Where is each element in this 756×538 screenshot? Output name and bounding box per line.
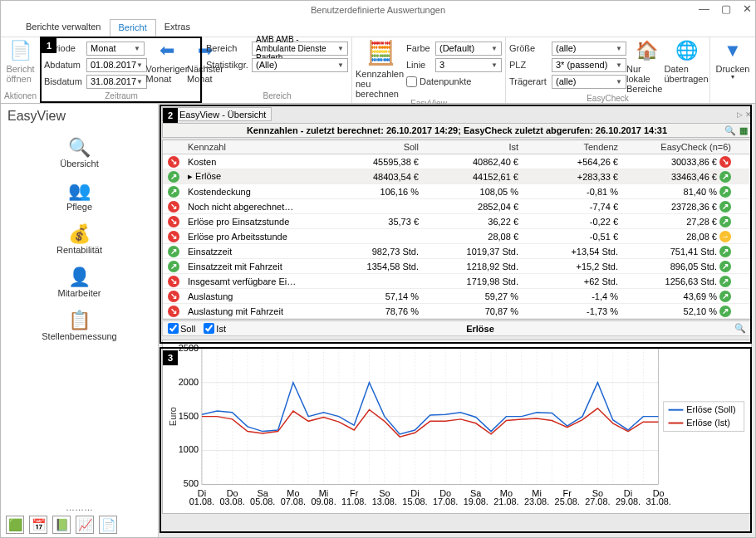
svg-text:27.08.: 27.08. (585, 496, 610, 506)
svg-text:25.08.: 25.08. (555, 496, 580, 506)
sidebar-icon: 👤 (68, 267, 91, 286)
soll-check[interactable] (168, 323, 179, 334)
table-row[interactable]: ↗ ▸ Erlöse 48403,54 € 44152,61 € +283,33… (163, 169, 751, 184)
svg-text:11.08.: 11.08. (341, 496, 366, 506)
sidebar-icon: 💰 (68, 223, 91, 243)
sidebar-item-3[interactable]: 👤Mitarbeiter (58, 267, 101, 298)
svg-text:Euro: Euro (168, 407, 178, 426)
datapoints-check[interactable] (406, 76, 417, 87)
info-text: Kennzahlen - zuletzt berechnet: 26.10.20… (247, 125, 667, 135)
view-btn-5[interactable]: 📄 (99, 516, 117, 534)
view-btn-2[interactable]: 📅 (29, 516, 47, 534)
local-areas-button[interactable]: 🏠Nur lokale Bereiche (626, 39, 666, 94)
table-row[interactable]: ↘ Erlöse pro Einsatzstunde 35,73 € 36,22… (163, 214, 751, 229)
to-date[interactable]: 31.08.2017▼ (86, 75, 147, 89)
chart: 5001000150020002500Di01.08.Do03.08.Sa05.… (162, 340, 752, 514)
sidebar-item-0[interactable]: 🔍Übersicht (60, 137, 98, 169)
ist-check[interactable] (204, 323, 214, 334)
svg-text:1000: 1000 (179, 444, 199, 454)
maximize-icon[interactable]: ▢ (721, 2, 731, 15)
svg-text:21.08.: 21.08. (493, 496, 518, 506)
svg-text:1500: 1500 (179, 411, 199, 421)
prev-month-button[interactable]: ⬅Vorheriger Monat (147, 39, 187, 84)
svg-text:17.08.: 17.08. (433, 496, 458, 506)
view-btn-1[interactable]: 🟩 (6, 516, 24, 534)
svg-text:Erlöse (Soll): Erlöse (Soll) (686, 404, 735, 414)
svg-text:500: 500 (184, 478, 199, 488)
size-select[interactable]: (alle)▼ (552, 42, 626, 56)
svg-text:01.08.: 01.08. (189, 496, 214, 506)
sidebar-item-1[interactable]: 👥Pflege (66, 180, 92, 212)
table-row[interactable]: ↘ Erlöse pro Arbeitsstunde 28,08 € -0,51… (163, 229, 751, 244)
tab-extras[interactable]: Extras (156, 19, 199, 37)
table-row[interactable]: ↗ Einsatzzeit 982,73 Std. 1019,37 Std. +… (163, 244, 751, 259)
chart-title: Erlöse (234, 324, 726, 334)
table-row[interactable]: ↘ Auslastung mit Fahrzeit 78,76 % 70,87 … (163, 304, 751, 319)
transfer-button[interactable]: 🌐Daten übertragen (666, 39, 706, 84)
traeger-select[interactable]: (alle)▼ (552, 75, 626, 89)
svg-text:Erlöse (Ist): Erlöse (Ist) (686, 418, 730, 428)
from-date[interactable]: 01.08.2017▼ (86, 58, 147, 72)
table-row[interactable]: ↘ Noch nicht abgerechnet… 2852,04 € -7,7… (163, 199, 751, 214)
svg-text:19.08.: 19.08. (464, 496, 488, 506)
svg-text:29.08.: 29.08. (616, 496, 641, 506)
refresh-icon[interactable]: 🔍 (724, 125, 736, 136)
table-row[interactable]: ↘ Auslastung 57,14 % 59,27 % -1,4 % 43,6… (163, 289, 751, 304)
svg-text:2500: 2500 (179, 343, 199, 353)
period-select[interactable]: Monat▼ (86, 42, 145, 56)
sidebar-icon: 👥 (68, 180, 91, 200)
content-tab[interactable]: ▣EasyView - Übersicht (162, 107, 272, 121)
sidebar-item-4[interactable]: 📋Stellenbemessung (42, 310, 117, 341)
excel-icon[interactable]: ▦ (739, 125, 748, 136)
tab-report[interactable]: Bericht (110, 19, 156, 37)
table-row[interactable]: ↗ Einsatzzeit mit Fahrzeit 1354,58 Std. … (163, 259, 751, 274)
area-select[interactable]: AMB AMB - Ambulante Dienste Paderb▼ (252, 42, 348, 56)
tab-nav[interactable]: ▷ ✕ (737, 110, 752, 119)
svg-text:23.08.: 23.08. (524, 496, 549, 506)
tab-manage[interactable]: Berichte verwalten (17, 19, 110, 37)
line-select[interactable]: 3▼ (435, 58, 502, 72)
plz-select[interactable]: 3* (passend)▼ (552, 58, 626, 72)
svg-text:31.08.: 31.08. (646, 496, 671, 506)
svg-text:13.08.: 13.08. (372, 496, 397, 506)
table-row[interactable]: ↘ Kosten 45595,38 € 40862,40 € +564,26 €… (163, 154, 751, 169)
open-report-button: 📄Bericht öffnen (4, 39, 37, 84)
color-select[interactable]: (Default)▼ (435, 42, 502, 56)
svg-text:05.08.: 05.08. (250, 496, 275, 506)
svg-text:2000: 2000 (179, 377, 199, 387)
view-btn-3[interactable]: 📗 (52, 516, 71, 534)
close-icon[interactable]: ✕ (743, 2, 752, 15)
svg-text:09.08.: 09.08. (311, 496, 336, 506)
sidebar-icon: 🔍 (68, 137, 91, 157)
sidebar-item-2[interactable]: 💰Rentabilität (56, 223, 102, 255)
sidebar-title: EasyView (1, 104, 158, 129)
window-title: Benutzerdefinierte Auswertungen (311, 5, 445, 15)
table-row[interactable]: ↘ Insgesamt verfügbare Ei… 1719,98 Std. … (163, 274, 751, 289)
table-row[interactable]: ↗ Kostendeckung 106,16 % 108,05 % -0,81 … (163, 184, 751, 199)
svg-text:07.08.: 07.08. (281, 496, 306, 506)
print-button[interactable]: ▼Drucken▾ (714, 39, 752, 81)
zoom-icon[interactable]: 🔍 (734, 323, 746, 334)
minimize-icon[interactable]: — (699, 2, 709, 15)
sidebar-icon: 📋 (68, 310, 91, 330)
recalc-button[interactable]: 🧮Kennzahlen neu berechnen (356, 39, 406, 99)
view-btn-4[interactable]: 📈 (76, 516, 94, 534)
svg-text:03.08.: 03.08. (219, 496, 244, 506)
statgroup-select[interactable]: (Alle)▼ (252, 58, 348, 72)
svg-text:15.08.: 15.08. (402, 496, 427, 506)
